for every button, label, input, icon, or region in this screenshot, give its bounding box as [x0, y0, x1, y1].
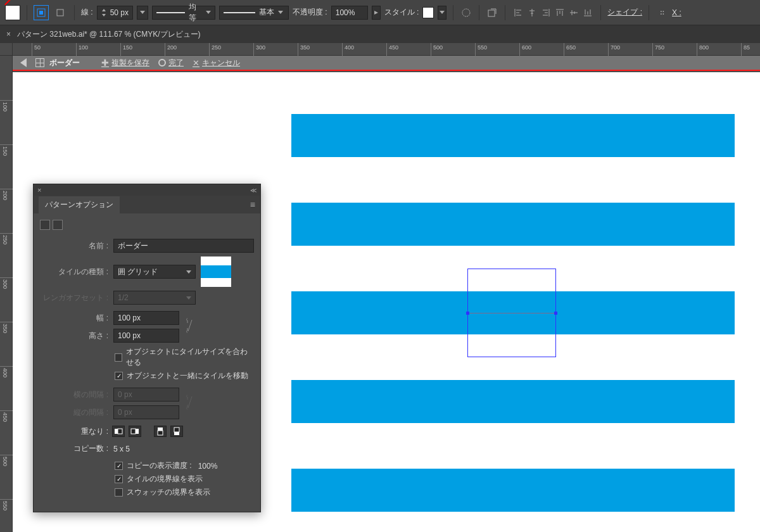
show-swatch-bounds-checkbox[interactable] — [115, 488, 123, 497]
svg-rect-1 — [39, 11, 43, 15]
recolor-icon[interactable] — [460, 6, 472, 19]
style-swatch[interactable] — [422, 7, 434, 18]
hspacing-field: 0 px — [113, 388, 179, 402]
pattern-tile-tool-icon[interactable] — [40, 220, 50, 230]
svg-rect-12 — [174, 428, 179, 432]
pattern-tile-bounds[interactable] — [467, 269, 556, 357]
panel-header[interactable]: × ≪ — [34, 184, 260, 196]
stroke-align-icon[interactable] — [34, 5, 49, 20]
overlap-bottom-front-icon[interactable] — [170, 426, 183, 437]
opacity-field[interactable]: 100% — [331, 6, 368, 20]
tiletype-label: タイルの種類 : — [40, 267, 108, 277]
dim-copies-checkbox[interactable] — [115, 462, 123, 470]
align-group — [512, 6, 594, 19]
overlap-top-front-icon[interactable] — [154, 426, 167, 437]
align-left-icon[interactable] — [512, 6, 524, 19]
panel-menu-icon[interactable]: ≡ — [250, 200, 255, 210]
dim-copies-label: コピーの表示濃度 : — [127, 460, 192, 471]
tile-anchor[interactable] — [554, 312, 557, 315]
tile-thumbnail — [201, 256, 231, 287]
link-dimensions-icon[interactable] — [184, 320, 196, 331]
options-bar: 線 : 50 px 均等 基本 不透明度 : 100% スタイル : シェイプ … — [0, 0, 760, 25]
panel-close-icon[interactable]: × — [37, 186, 41, 194]
move-with-art-label: オブジェクトと一緒にタイルを移動 — [127, 370, 248, 381]
style-label: スタイル : — [384, 7, 419, 18]
stroke-weight-dropdown[interactable] — [137, 6, 148, 20]
vspacing-field: 0 px — [113, 405, 179, 419]
brick-offset-label: レンガオフセット : — [40, 293, 108, 303]
pattern-tile-icon — [35, 58, 44, 67]
pattern-stripe — [291, 114, 735, 157]
stroke-label: 線 : — [81, 7, 93, 18]
x-icon: ✕ — [193, 58, 200, 68]
size-to-art-label: オブジェクトにタイルサイズを合わせる — [126, 346, 254, 368]
align-vcenter-icon[interactable] — [567, 6, 580, 19]
svg-rect-8 — [131, 429, 136, 434]
width-field[interactable]: 100 px — [113, 311, 179, 325]
stroke-align-alt-icon[interactable] — [53, 5, 68, 20]
back-arrow-icon[interactable] — [20, 58, 27, 67]
pattern-options-panel: × ≪ パターンオプション ≡ 名前 : ボーダー タイルの種類 : 囲 グリッ… — [33, 184, 261, 512]
panel-collapse-icon[interactable]: ≪ — [250, 187, 256, 194]
vspacing-label: 縦の間隔 : — [40, 407, 108, 418]
show-tile-edge-label: タイルの境界線を表示 — [127, 474, 203, 484]
align-top-icon[interactable] — [554, 6, 566, 19]
pattern-stripe — [291, 380, 735, 423]
done-button[interactable]: 完了 — [158, 58, 184, 68]
move-with-art-checkbox[interactable] — [115, 372, 123, 380]
document-tab-bar: × パターン 321web.ai* @ 111.67 % (CMYK/プレビュー… — [0, 25, 760, 43]
tile-anchor[interactable] — [466, 312, 469, 315]
overlap-label: 重なり : — [40, 426, 108, 437]
brick-offset-dropdown: 1/2 — [113, 291, 196, 305]
height-label: 高さ : — [40, 331, 108, 341]
name-field[interactable]: ボーダー — [113, 239, 254, 253]
shape-label[interactable]: シェイプ : — [607, 7, 642, 18]
circle-icon — [158, 59, 166, 66]
pattern-stripe — [291, 469, 735, 512]
style-dropdown[interactable] — [438, 6, 446, 20]
opacity-caret[interactable] — [372, 6, 381, 20]
hspacing-label: 横の間隔 : — [40, 390, 108, 400]
cancel-button[interactable]: ✕キャンセル — [193, 58, 240, 68]
svg-rect-4 — [488, 10, 495, 16]
show-swatch-bounds-label: スウォッチの境界を表示 — [127, 487, 210, 498]
svg-point-3 — [462, 9, 470, 16]
align-right-icon[interactable] — [540, 6, 552, 19]
pattern-tile-tool-alt-icon[interactable] — [53, 220, 63, 230]
align-bottom-icon[interactable] — [581, 6, 594, 19]
overlap-left-front-icon[interactable] — [112, 426, 125, 437]
width-label: 幅 : — [40, 313, 108, 324]
document-tab-title[interactable]: パターン 321web.ai* @ 111.67 % (CMYK/プレビュー) — [17, 29, 201, 40]
stroke-profile-dropdown[interactable]: 均等 — [152, 6, 215, 20]
ruler-origin[interactable] — [0, 43, 13, 56]
name-label: 名前 : — [40, 241, 108, 251]
panel-tab[interactable]: パターンオプション — [39, 196, 120, 213]
size-to-art-checkbox[interactable] — [115, 353, 122, 362]
align-hcenter-icon[interactable] — [526, 6, 538, 19]
tiletype-dropdown[interactable]: 囲 グリッド — [113, 265, 196, 279]
height-field[interactable]: 100 px — [113, 329, 179, 343]
save-copy-button[interactable]: ✚複製を保存 — [101, 58, 149, 68]
brush-dropdown[interactable]: 基本 — [219, 6, 289, 20]
copies-dropdown[interactable]: 5 x 5 — [113, 445, 164, 453]
ruler-horizontal[interactable]: 5010015020025030035040045050055060065070… — [13, 43, 760, 56]
link-spacing-icon — [184, 396, 196, 408]
pattern-edit-title: ボーダー — [49, 58, 80, 68]
pattern-stripe — [291, 203, 735, 246]
svg-rect-2 — [57, 10, 63, 16]
show-tile-edge-checkbox[interactable] — [115, 475, 123, 483]
svg-rect-6 — [118, 429, 122, 434]
stroke-weight-stepper[interactable]: 50 px — [97, 6, 133, 20]
isolate-icon[interactable] — [486, 6, 498, 19]
opacity-label: 不透明度 : — [293, 7, 327, 18]
stroke-weight-value: 50 px — [110, 8, 129, 17]
dim-copies-field[interactable]: 100% — [198, 462, 238, 471]
transform-icon[interactable]: ∷ — [656, 6, 668, 19]
svg-rect-10 — [158, 431, 163, 435]
ruler-vertical[interactable]: 100150200250300350400450500550600 — [0, 56, 13, 532]
fill-swatch-none-icon[interactable] — [5, 5, 20, 20]
tab-close-icon[interactable]: × — [6, 30, 11, 39]
overlap-right-front-icon[interactable] — [129, 426, 141, 437]
copies-label: コピー数 : — [40, 443, 108, 454]
transform-x-label[interactable]: X : — [672, 8, 681, 17]
